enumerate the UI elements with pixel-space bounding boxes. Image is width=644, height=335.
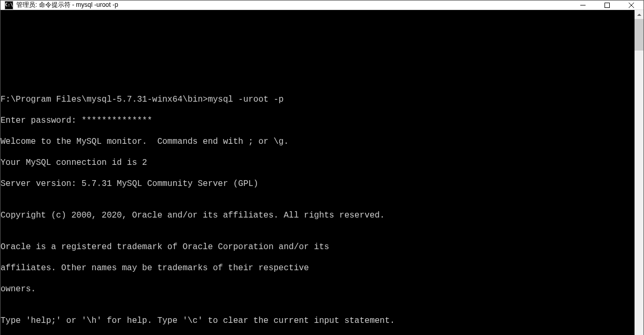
terminal-line: F:\Program Files\mysql-5.7.31-winx64\bin… xyxy=(1,94,635,105)
terminal-line xyxy=(1,73,635,84)
terminal-line: Enter password: ************** xyxy=(1,115,635,126)
terminal-line: Server version: 5.7.31 MySQL Community S… xyxy=(1,179,635,189)
scroll-track[interactable] xyxy=(635,19,643,335)
terminal-line: affiliates. Other names may be trademark… xyxy=(1,263,635,273)
terminal[interactable]: F:\Program Files\mysql-5.7.31-winx64\bin… xyxy=(1,10,635,335)
maximize-icon xyxy=(605,3,610,8)
client-area: F:\Program Files\mysql-5.7.31-winx64\bin… xyxy=(1,10,643,335)
close-button[interactable] xyxy=(619,1,643,9)
terminal-line: Your MySQL connection id is 2 xyxy=(1,157,635,168)
scroll-thumb[interactable] xyxy=(635,19,643,51)
terminal-line: owners. xyxy=(1,284,635,294)
window-controls xyxy=(571,1,643,9)
terminal-output: F:\Program Files\mysql-5.7.31-winx64\bin… xyxy=(1,31,635,335)
minimize-icon xyxy=(580,3,586,8)
minimize-button[interactable] xyxy=(571,1,595,9)
cmd-icon: C:\ xyxy=(5,1,13,9)
terminal-line: Copyright (c) 2000, 2020, Oracle and/or … xyxy=(1,210,635,221)
chevron-up-icon xyxy=(637,14,641,16)
terminal-line: Oracle is a registered trademark of Orac… xyxy=(1,242,635,252)
window-title: 管理员: 命令提示符 - mysql -uroot -p xyxy=(16,1,571,9)
cmd-window: C:\ 管理员: 命令提示符 - mysql -uroot -p F:\Prog… xyxy=(0,0,644,335)
terminal-line: Welcome to the MySQL monitor. Commands e… xyxy=(1,136,635,147)
vertical-scrollbar[interactable] xyxy=(635,10,643,335)
close-icon xyxy=(629,3,634,8)
scroll-up-button[interactable] xyxy=(635,10,643,19)
terminal-line: Type 'help;' or '\h' for help. Type '\c'… xyxy=(1,316,635,326)
titlebar[interactable]: C:\ 管理员: 命令提示符 - mysql -uroot -p xyxy=(1,1,643,10)
svg-rect-1 xyxy=(605,3,610,7)
maximize-button[interactable] xyxy=(595,1,619,9)
